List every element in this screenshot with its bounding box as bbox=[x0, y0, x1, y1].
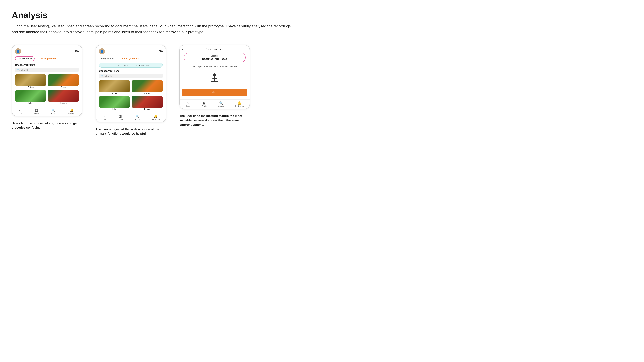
phone-inner-2: 👤 🛍 Get groceries Put in groceries Put g… bbox=[96, 45, 166, 110]
img-potato-1 bbox=[15, 74, 46, 86]
label-potato-2: Potato bbox=[112, 92, 118, 94]
label-carrot-1: Carrot bbox=[60, 86, 66, 88]
img-carrot-2 bbox=[132, 80, 163, 92]
img-celery-1 bbox=[15, 90, 46, 102]
item-potato-1: Potato bbox=[15, 74, 46, 88]
label-tomato-1: Tomato bbox=[60, 102, 66, 104]
scale-svg-icon bbox=[208, 71, 221, 85]
label-tomato-2: Tomato bbox=[144, 108, 150, 110]
location-name: St James Park Tesco bbox=[188, 57, 242, 60]
nav-points-label-3: Points bbox=[202, 105, 206, 107]
notification-icon-1: 🔔 bbox=[70, 108, 74, 112]
intro-paragraph: During the user testing, we used video a… bbox=[12, 23, 297, 35]
item-celery-2: Celery bbox=[99, 96, 130, 110]
nav-home-3[interactable]: ⌂ Home bbox=[186, 101, 190, 107]
nav-notification-label-2: Notification bbox=[152, 118, 160, 120]
nav-home-label-1: Home bbox=[18, 112, 22, 114]
nav-search-2[interactable]: 🔍 Search bbox=[134, 114, 140, 120]
scale-illustration bbox=[180, 71, 250, 85]
items-grid-2: Potato Carrot Celery Tomato bbox=[99, 80, 163, 110]
home-icon-1: ⌂ bbox=[19, 109, 21, 112]
screens-container: 👤 🛍 Get groceries Put in groceries Choos… bbox=[12, 45, 632, 136]
nav-points-2[interactable]: ▦ Points bbox=[118, 114, 123, 120]
notification-icon-2: 🔔 bbox=[154, 114, 158, 118]
nav-points-label-1: Points bbox=[34, 112, 39, 114]
img-celery-2 bbox=[99, 96, 130, 108]
points-icon-2: ▦ bbox=[119, 114, 122, 118]
next-button[interactable]: Next bbox=[182, 89, 247, 96]
notification-icon-3: 🔔 bbox=[238, 101, 241, 105]
nav-search-label-1: Search bbox=[51, 112, 56, 114]
nav-points-1[interactable]: ▦ Points bbox=[34, 108, 39, 114]
screen3-column: ‹ Put in groceries Location St James Par… bbox=[180, 45, 250, 127]
nav-notification-3[interactable]: 🔔 Notification bbox=[235, 101, 244, 107]
search-nav-icon-2: 🔍 bbox=[135, 114, 139, 118]
location-box: Location St James Park Tesco bbox=[184, 53, 246, 62]
tab-get-groceries-1[interactable]: Get groceries bbox=[15, 56, 34, 61]
home-icon-2: ⌂ bbox=[103, 115, 105, 118]
img-carrot-1 bbox=[48, 74, 79, 86]
tab-put-in-groceries-1[interactable]: Put in groceries bbox=[38, 56, 59, 61]
tab-get-groceries-2[interactable]: Get groceries bbox=[99, 56, 117, 60]
nav-points-label-2: Points bbox=[118, 118, 123, 120]
nav-home-1[interactable]: ⌂ Home bbox=[18, 109, 22, 114]
nav-home-2[interactable]: ⌂ Home bbox=[102, 115, 106, 120]
search-icon-2: 🔍 bbox=[101, 75, 104, 77]
search-bar-1[interactable]: 🔍 Search bbox=[15, 67, 79, 72]
tab-row-1: Get groceries Put in groceries bbox=[15, 56, 79, 61]
location-label: Location bbox=[188, 55, 242, 57]
phone-header-1: 👤 🛍 bbox=[15, 48, 79, 54]
caption-2: The user suggested that a description of… bbox=[96, 127, 166, 136]
search-nav-icon-3: 🔍 bbox=[219, 101, 223, 105]
points-icon-3: ▦ bbox=[203, 101, 206, 105]
svg-point-2 bbox=[213, 73, 216, 76]
screen3-header: ‹ Put in groceries bbox=[180, 45, 250, 50]
search-nav-icon-1: 🔍 bbox=[52, 108, 55, 112]
caption-1: Users find the phrase put in groceries a… bbox=[12, 121, 82, 130]
info-banner-2: Put groceries into the machine to gain p… bbox=[99, 63, 163, 67]
nav-notification-2[interactable]: 🔔 Notification bbox=[152, 114, 160, 120]
tab-put-in-groceries-2[interactable]: Put in groceries bbox=[120, 56, 141, 60]
section-title-1: Choose your item bbox=[15, 63, 79, 66]
avatar-1: 👤 bbox=[15, 48, 21, 54]
section-title-2: Choose your item bbox=[99, 69, 163, 72]
label-celery-1: Celery bbox=[28, 102, 34, 104]
bottom-nav-3: ⌂ Home ▦ Points 🔍 Search 🔔 Notification bbox=[180, 99, 250, 109]
label-potato-1: Potato bbox=[28, 86, 34, 88]
search-placeholder-1: Search bbox=[21, 68, 28, 71]
bottom-nav-2: ⌂ Home ▦ Points 🔍 Search 🔔 Notification bbox=[96, 113, 166, 122]
home-icon-3: ⌂ bbox=[187, 101, 189, 105]
screen3-title: Put in groceries bbox=[206, 48, 224, 50]
item-carrot-2: Carrot bbox=[132, 80, 163, 94]
nav-search-label-3: Search bbox=[218, 105, 224, 107]
back-arrow-icon[interactable]: ‹ bbox=[182, 47, 183, 51]
nav-home-label-2: Home bbox=[102, 118, 106, 120]
img-potato-2 bbox=[99, 80, 130, 92]
screen2-column: 👤 🛍 Get groceries Put in groceries Put g… bbox=[96, 45, 166, 136]
phone-frame-1: 👤 🛍 Get groceries Put in groceries Choos… bbox=[12, 45, 82, 116]
search-bar-2[interactable]: 🔍 Search bbox=[99, 73, 163, 78]
screen1-column: 👤 🛍 Get groceries Put in groceries Choos… bbox=[12, 45, 82, 130]
bag-icon-1: 🛍 bbox=[75, 49, 79, 53]
nav-points-3[interactable]: ▦ Points bbox=[202, 101, 206, 107]
page-title: Analysis bbox=[12, 10, 632, 20]
search-icon-1: 🔍 bbox=[17, 68, 20, 71]
nav-search-1[interactable]: 🔍 Search bbox=[51, 108, 56, 114]
phone-inner-1: 👤 🛍 Get groceries Put in groceries Choos… bbox=[12, 45, 82, 104]
nav-notification-1[interactable]: 🔔 Notification bbox=[68, 108, 76, 114]
scale-hint: Please put the item on the scale for mea… bbox=[180, 65, 250, 68]
item-tomato-1: Tomato bbox=[48, 90, 79, 104]
nav-notification-label-3: Notification bbox=[235, 105, 244, 107]
bottom-nav-1: ⌂ Home ▦ Points 🔍 Search 🔔 Notification bbox=[12, 107, 82, 116]
tab-row-2: Get groceries Put in groceries bbox=[99, 56, 163, 60]
nav-home-label-3: Home bbox=[186, 105, 190, 107]
item-celery-1: Celery bbox=[15, 90, 46, 104]
img-tomato-2 bbox=[132, 96, 163, 108]
img-tomato-1 bbox=[48, 90, 79, 102]
caption-3: The user finds the location feature the … bbox=[180, 114, 250, 127]
item-potato-2: Potato bbox=[99, 80, 130, 94]
item-tomato-2: Tomato bbox=[132, 96, 163, 110]
nav-search-3[interactable]: 🔍 Search bbox=[218, 101, 224, 107]
bag-icon-2: 🛍 bbox=[159, 49, 163, 53]
items-grid-1: Potato Carrot Celery Tomato bbox=[15, 74, 79, 104]
